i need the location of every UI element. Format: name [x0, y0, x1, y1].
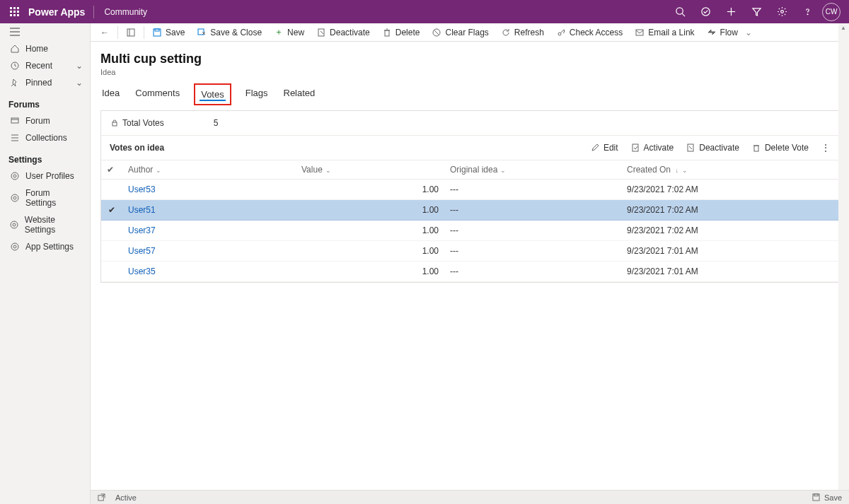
act-label: Activate: [644, 143, 674, 153]
search-icon[interactable]: [669, 1, 691, 23]
author-link[interactable]: User57: [128, 246, 156, 256]
nav-website-settings[interactable]: Website Settings: [0, 211, 90, 238]
col-value[interactable]: Value⌄: [296, 160, 444, 180]
trash-icon: [752, 143, 761, 152]
row-check[interactable]: [101, 180, 122, 200]
nav-home[interactable]: Home: [0, 40, 90, 57]
svg-point-22: [13, 245, 16, 248]
footer-save-button[interactable]: Save: [824, 493, 842, 502]
col-author[interactable]: Author⌄: [122, 160, 296, 180]
col-original-idea[interactable]: Original idea⌄: [444, 160, 621, 180]
row-check[interactable]: [101, 221, 122, 241]
chevron-down-icon: ⌄: [745, 28, 752, 37]
svg-point-6: [807, 14, 808, 15]
col-created-on[interactable]: Created On ↓ ⌄: [621, 160, 838, 180]
btn-label: New: [287, 28, 304, 37]
table-row[interactable]: User371.00---9/23/2021 7:02 AM: [101, 221, 838, 241]
tab-idea[interactable]: Idea: [100, 88, 121, 105]
author-link[interactable]: User37: [128, 225, 156, 235]
author-link[interactable]: User53: [128, 184, 156, 194]
check-access-button[interactable]: Check Access: [551, 25, 628, 40]
filter-icon[interactable]: [746, 1, 767, 23]
refresh-button[interactable]: Refresh: [496, 25, 550, 40]
record-status: Active: [115, 493, 137, 502]
tab-votes[interactable]: Votes: [194, 83, 231, 105]
author-link[interactable]: User35: [128, 266, 156, 276]
nav-recent[interactable]: Recent ⌄: [0, 57, 90, 74]
nav-forum-settings[interactable]: Forum Settings: [0, 184, 90, 211]
edit-button[interactable]: Edit: [591, 143, 618, 153]
nav-forum[interactable]: Forum: [0, 112, 90, 129]
nav-pinned[interactable]: Pinned ⌄: [0, 74, 90, 91]
svg-point-5: [780, 11, 783, 13]
cell-author: User57: [122, 241, 296, 262]
tab-related[interactable]: Related: [282, 88, 317, 105]
user-avatar[interactable]: CW: [822, 3, 841, 21]
svg-point-0: [676, 8, 682, 14]
assistant-icon[interactable]: [695, 1, 716, 23]
save-button[interactable]: Save: [147, 25, 190, 40]
svg-rect-37: [636, 30, 643, 35]
nav-label: Pinned: [25, 78, 52, 88]
clear-flags-button[interactable]: Clear Flags: [427, 25, 494, 40]
btn-label: Email a Link: [648, 28, 694, 37]
nav-section-forums: Forums: [0, 91, 90, 112]
author-link[interactable]: User51: [128, 205, 156, 215]
btn-label: Clear Flags: [445, 28, 488, 37]
col-select[interactable]: ✔: [101, 160, 122, 180]
gear-icon: [10, 172, 20, 180]
deactivate-button[interactable]: Deactivate: [311, 25, 376, 40]
nav-user-profiles[interactable]: User Profiles: [0, 168, 90, 184]
tab-flags[interactable]: Flags: [244, 88, 270, 105]
settings-icon[interactable]: [771, 1, 792, 23]
flow-button[interactable]: Flow⌄: [702, 25, 758, 40]
table-row[interactable]: User571.00---9/23/2021 7:01 AM: [101, 241, 838, 262]
email-link-button[interactable]: Email a Link: [630, 25, 700, 40]
subgrid-title: Votes on idea: [110, 143, 164, 153]
mail-icon: [635, 28, 644, 37]
chevron-down-icon: ⌄: [76, 61, 83, 71]
row-check[interactable]: [101, 262, 122, 282]
add-icon[interactable]: [720, 1, 741, 23]
form-tabs: Idea Comments Votes Flags Related: [91, 78, 849, 106]
table-row[interactable]: ✔User511.00---9/23/2021 7:02 AM: [101, 200, 838, 221]
page-subtitle: Idea: [100, 68, 839, 76]
svg-point-21: [11, 221, 18, 228]
nav-label: App Settings: [25, 242, 74, 252]
app-launcher-icon[interactable]: [3, 0, 25, 23]
cell-original-idea: ---: [444, 200, 621, 221]
row-check[interactable]: [101, 241, 122, 262]
new-button[interactable]: ＋New: [269, 24, 310, 40]
nav-app-settings[interactable]: App Settings: [0, 238, 90, 255]
delete-button[interactable]: Delete: [377, 25, 426, 40]
deactivate-button[interactable]: Deactivate: [686, 143, 739, 153]
help-icon[interactable]: [797, 1, 818, 23]
tab-comments[interactable]: Comments: [134, 88, 181, 105]
save-close-button[interactable]: Save & Close: [192, 25, 267, 40]
open-record-set-button[interactable]: [121, 26, 141, 39]
gear-icon: [10, 242, 20, 251]
delete-vote-button[interactable]: Delete Vote: [752, 143, 809, 153]
cell-created-on: 9/23/2021 7:01 AM: [621, 241, 838, 262]
table-row[interactable]: User351.00---9/23/2021 7:01 AM: [101, 262, 838, 282]
table-row[interactable]: User531.00---9/23/2021 7:02 AM: [101, 180, 838, 200]
svg-rect-46: [814, 494, 819, 496]
cell-created-on: 9/23/2021 7:01 AM: [621, 262, 838, 282]
hamburger-icon[interactable]: [0, 28, 90, 40]
cell-author: User37: [122, 221, 296, 241]
activate-button[interactable]: Activate: [631, 143, 674, 153]
environment-crumb[interactable]: Community: [94, 7, 157, 17]
popout-icon[interactable]: [98, 493, 105, 501]
svg-rect-39: [633, 144, 638, 151]
scrollbar[interactable]: [838, 23, 849, 504]
chevron-down-icon: ⌄: [76, 78, 83, 88]
back-button[interactable]: ←: [95, 25, 115, 40]
cell-original-idea: ---: [444, 241, 621, 262]
field-value: 5: [214, 118, 219, 128]
cell-value: 1.00: [296, 262, 444, 282]
nav-collections[interactable]: Collections: [0, 129, 90, 146]
field-label: Total Votes: [122, 118, 164, 128]
row-check[interactable]: ✔: [101, 200, 122, 221]
more-commands-button[interactable]: ⋮: [821, 143, 830, 153]
gear-icon: [10, 194, 20, 202]
